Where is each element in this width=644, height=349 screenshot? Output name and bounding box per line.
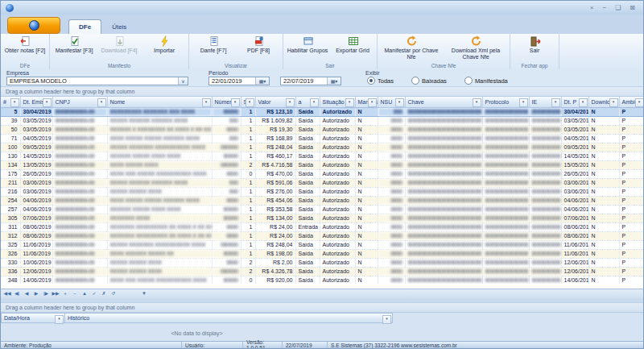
nav-next-page-icon[interactable]: |▶ bbox=[42, 290, 50, 297]
manifestar-f3-button[interactable]: Manifestar [F3] bbox=[52, 35, 97, 62]
date-to-input[interactable]: 22/07/2019 ▦▾ bbox=[280, 77, 341, 85]
filter-button[interactable]: ▾ bbox=[43, 98, 52, 107]
column-header-dtp[interactable]: Dt. P▾ bbox=[561, 97, 588, 108]
table-row[interactable]: 13014/05/201900000000000-00XXXXXX XXXXX … bbox=[1, 152, 644, 161]
column-header-valor[interactable]: Valor▾ bbox=[255, 97, 295, 108]
filter-button[interactable]: ▾ bbox=[10, 98, 19, 107]
nav-next-icon[interactable]: ▶ bbox=[32, 290, 40, 297]
table-row[interactable]: 31208/06/201900000000000-00XXXXXXX XXXXX… bbox=[1, 232, 644, 241]
column-header-num[interactable]: #▾ bbox=[1, 97, 20, 108]
column-header-ie[interactable]: IE▾ bbox=[529, 97, 561, 108]
tab-dfe[interactable]: DFe bbox=[68, 19, 101, 34]
filter-button[interactable]: ▾ bbox=[368, 98, 377, 107]
download-f4-button[interactable]: Download [F4] bbox=[97, 35, 142, 62]
column-header-situação[interactable]: Situação▾ bbox=[320, 97, 355, 108]
sair-button[interactable]: Sair bbox=[512, 35, 557, 62]
filter-button[interactable]: ▾ bbox=[310, 98, 319, 107]
tab-úteis[interactable]: Úteis bbox=[101, 19, 137, 34]
column-header-cnpj[interactable]: CNPJ▾ bbox=[52, 97, 107, 108]
nav-prev-icon[interactable]: ◀ bbox=[23, 290, 31, 297]
filter-button[interactable]: ▾ bbox=[231, 98, 240, 107]
ribbon-button-label: Manifestar [F3] bbox=[56, 48, 93, 54]
fullscreen-icon[interactable]: × bbox=[590, 4, 594, 12]
table-row[interactable]: 530/04/201900000000000-00XXXXXXXXX XXXXX… bbox=[1, 108, 644, 117]
radio-todas[interactable]: Todas bbox=[367, 77, 394, 85]
table-row[interactable]: 21103/06/201900000000000-00XXXXX XXXXXX … bbox=[1, 179, 644, 188]
date-from-input[interactable]: 22/01/2019 ▦▾ bbox=[208, 77, 270, 85]
table-row[interactable]: 21603/06/201900000000000-00XXXXX XXXXX X… bbox=[1, 188, 644, 197]
column-header-número[interactable]: Número▾ bbox=[212, 97, 241, 108]
column-header-nome[interactable]: Nome▾ bbox=[107, 97, 212, 108]
column-header-nsu[interactable]: NSU▾ bbox=[378, 97, 405, 108]
nav-refresh-icon[interactable]: ↺ bbox=[109, 290, 118, 297]
manifestar-por-chave-nfe-button[interactable]: Manifestar por Chave Nfe bbox=[379, 35, 444, 62]
column-header-sé[interactable]: Sé▾ bbox=[241, 97, 255, 108]
column-header-manifes[interactable]: Manifes▾ bbox=[355, 97, 378, 108]
table-row[interactable]: 10009/05/201900000000000-00XXXXX XXXXXXX… bbox=[1, 143, 644, 152]
group-by-panel[interactable]: Drag a column header here to group by th… bbox=[1, 86, 643, 97]
column-header-a[interactable]: a▾ bbox=[295, 97, 320, 108]
nav-cancel-icon[interactable]: ✗ bbox=[100, 290, 108, 297]
filter-button[interactable]: ▾ bbox=[202, 98, 211, 107]
filter-button[interactable]: ▾ bbox=[286, 98, 295, 107]
close-icon[interactable]: ⊠ bbox=[630, 4, 635, 12]
column-header-download[interactable]: Download▾ bbox=[588, 97, 619, 108]
nav-insert-icon[interactable]: + bbox=[61, 290, 69, 297]
minimize-icon[interactable]: − bbox=[602, 4, 606, 12]
obter-notas-f2-button[interactable]: Obter notas [F2] bbox=[2, 35, 47, 62]
nav-last-icon[interactable]: ▶▶ bbox=[52, 290, 60, 297]
table-row[interactable]: 3903/05/201900000000000-00XXXXX XXXXXX X… bbox=[1, 117, 644, 126]
nav-edit-icon[interactable]: ▲ bbox=[80, 290, 89, 297]
table-row[interactable]: 25704/06/201900000000000-00XXXXXX XXXXX … bbox=[1, 206, 644, 214]
table-row[interactable]: 5003/05/201900000000000-00XXXXXX X XXXXX… bbox=[1, 126, 644, 135]
nav-prev-page-icon[interactable]: ◀| bbox=[13, 290, 21, 297]
table-row[interactable]: 32611/06/201900000000000-00XXXX XXXXXX X… bbox=[1, 250, 644, 259]
column-header-datahora[interactable]: Data/Hora ▾ bbox=[1, 313, 65, 323]
table-row[interactable]: 13413/05/201900000000000-00XXXX XXXXX XX… bbox=[1, 161, 644, 170]
calendar-dropdown-icon[interactable]: ▦▾ bbox=[255, 77, 269, 85]
download-xml-pela-chave-nfe-button[interactable]: Download Xml pela Chave Nfe bbox=[444, 35, 508, 62]
pdf-f8-button[interactable]: PDF [F8] bbox=[236, 35, 281, 62]
application-menu-button[interactable] bbox=[7, 17, 60, 34]
restore-icon[interactable]: ❏ bbox=[615, 4, 621, 12]
nav-delete-icon[interactable]: − bbox=[71, 290, 79, 297]
table-row[interactable]: 25404/06/201900000000000-00XXXX XXXXX XX… bbox=[1, 197, 644, 206]
table-row[interactable]: 32511/06/201900000000000-00XXXXX XXXXXXX… bbox=[1, 241, 644, 250]
column-header-protocolo[interactable]: Protocolo▾ bbox=[482, 97, 529, 108]
filter-button[interactable]: ▾ bbox=[345, 98, 354, 107]
filter-button[interactable]: ▾ bbox=[609, 98, 618, 107]
filter-button[interactable]: ▾ bbox=[635, 98, 644, 107]
column-header-chave[interactable]: Chave▾ bbox=[405, 97, 482, 108]
radio-manifestada[interactable]: Manifestada bbox=[464, 77, 508, 85]
column-header-historico[interactable]: Histórico ▾ bbox=[65, 313, 393, 323]
chevron-down-icon[interactable]: ∨ bbox=[178, 77, 188, 85]
filter-button[interactable]: ▾ bbox=[519, 98, 528, 107]
table-row[interactable]: 30507/06/201900000000000-00XXXXXXX XXXX0… bbox=[1, 214, 644, 223]
calendar-dropdown-icon[interactable]: ▦▾ bbox=[327, 77, 341, 85]
table-row[interactable]: 33612/06/201900000000000-00XXXXX XXXXX X… bbox=[1, 268, 644, 276]
filter-button[interactable]: ▾ bbox=[473, 98, 481, 107]
radio-baixadas[interactable]: Baixadas bbox=[411, 77, 447, 85]
window-controls: ×−❏⊠ bbox=[590, 4, 635, 12]
nav-first-icon[interactable]: ◀◀ bbox=[3, 290, 11, 297]
exportar-grid-button[interactable]: Exportar Grid bbox=[330, 35, 375, 62]
table-row[interactable]: 31108/06/201900000000000-00XXXXXXX XXXXX… bbox=[1, 223, 644, 232]
danfe-f7-button[interactable]: Danfe [F7] bbox=[191, 35, 236, 62]
status-empresa-info: S.E Sistemas (37) 3322-2196 www.sesistem… bbox=[328, 342, 460, 348]
column-header-dtemissã[interactable]: Dt. Emissã▾ bbox=[20, 97, 52, 108]
nav-filter-icon[interactable]: ▼ bbox=[140, 290, 148, 297]
column-header-ambient[interactable]: Ambient▾ bbox=[619, 97, 644, 108]
history-group-by-panel[interactable]: Drag a column header here to group by th… bbox=[1, 302, 643, 313]
filter-button[interactable]: ▾ bbox=[395, 98, 404, 107]
filter-button[interactable]: ▾ bbox=[97, 98, 106, 107]
nav-post-icon[interactable]: ✓ bbox=[90, 290, 98, 297]
filter-button[interactable]: ▾ bbox=[551, 98, 560, 107]
importar-button[interactable]: Importar bbox=[142, 35, 187, 62]
filter-button[interactable]: ▾ bbox=[579, 98, 588, 107]
table-row[interactable]: 33010/06/201900000000000-00XXXXX XXXXX X… bbox=[1, 259, 644, 268]
filter-button[interactable]: ▾ bbox=[246, 98, 254, 107]
habilitar-grupos-button[interactable]: Habilitar Grupos bbox=[285, 35, 330, 62]
empresa-select[interactable]: EMPRESA MODELO ∨ bbox=[6, 77, 188, 85]
table-row[interactable]: 7104/05/201900000000000-00XXXX XXXXX XXX… bbox=[1, 135, 644, 143]
table-row[interactable]: 17526/05/201900000000000-00XXXX XXX XXXX… bbox=[1, 170, 644, 179]
